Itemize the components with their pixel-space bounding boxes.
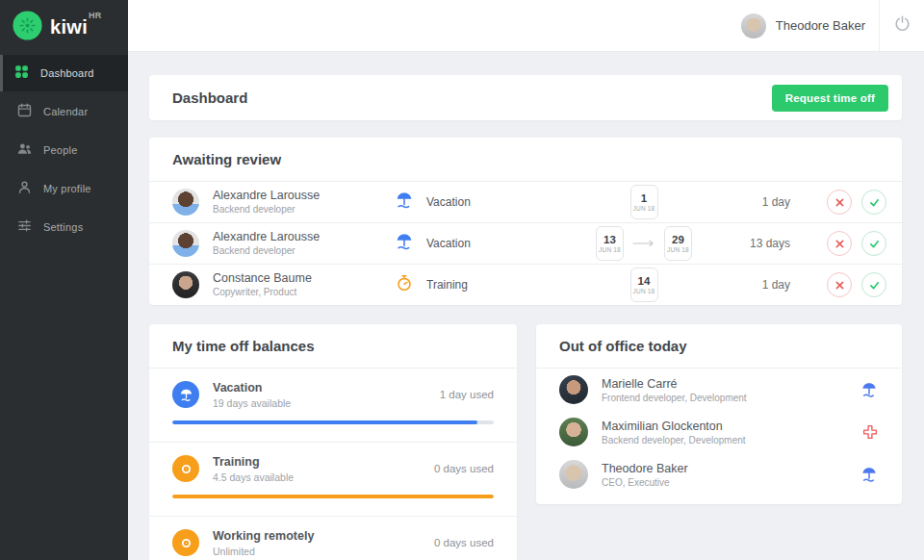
approve-button[interactable] — [861, 231, 886, 256]
check-icon — [869, 197, 880, 208]
avatar — [559, 375, 588, 404]
balance-item-working-remotely: Working remotely Unlimited 0 days used — [149, 517, 517, 560]
check-icon — [869, 280, 880, 291]
approve-button[interactable] — [861, 272, 886, 297]
page-header: Dashboard Request time off — [149, 75, 902, 120]
employee-name: Marielle Carré — [602, 377, 860, 391]
date-month: JUN 18 — [633, 288, 655, 294]
reject-button[interactable] — [827, 231, 852, 256]
brand-name: kiwiHR — [50, 16, 101, 38]
list-item: Theodore Baker CEO, Executive — [536, 453, 902, 504]
settings-sliders-icon — [16, 217, 33, 238]
sidebar-item-people[interactable]: People — [0, 132, 128, 168]
balance-item-training: Training 4.5 days available 0 days used — [149, 443, 517, 517]
employee-role: Backend developer, Development — [602, 435, 861, 445]
person-icon — [16, 179, 33, 199]
time-off-balances-card: My time off balances Vacation 19 days av… — [149, 324, 517, 560]
balance-label: Vacation — [213, 381, 440, 395]
date-day: 1 — [641, 192, 647, 205]
awaiting-review-card: Awaiting review Alexandre Larousse Backe… — [149, 138, 902, 305]
page-title: Dashboard — [172, 89, 247, 106]
balance-item-vacation: Vacation 19 days available 1 day used — [149, 369, 517, 443]
balance-available: Unlimited — [213, 546, 434, 557]
employee-role: CEO, Executive — [602, 477, 860, 488]
duration-label: 13 days — [723, 237, 790, 250]
power-icon — [893, 14, 911, 37]
x-icon — [835, 281, 844, 290]
sidebar-item-label: Settings — [43, 221, 83, 233]
approve-button[interactable] — [861, 190, 886, 215]
avatar — [172, 230, 199, 257]
x-icon — [835, 240, 844, 248]
vacation-umbrella-icon — [172, 381, 199, 408]
employee-name: Alexandre Larousse — [213, 189, 320, 204]
sidebar-item-calendar[interactable]: Calendar — [0, 93, 128, 130]
training-target-icon — [172, 455, 199, 482]
list-item: Maximilian Glockenton Backend developer,… — [536, 411, 902, 453]
sidebar-nav: Dashboard Calendar People — [0, 55, 128, 245]
calendar-icon — [16, 102, 33, 122]
balance-available: 19 days available — [213, 397, 440, 409]
date-day: 14 — [638, 275, 651, 288]
sidebar-item-label: My profile — [43, 183, 91, 194]
employee-role: Backend developer — [213, 244, 320, 257]
vacation-umbrella-icon — [394, 190, 415, 215]
employee-role: Copywriter, Product — [213, 286, 312, 298]
sidebar-item-label: Calendar — [43, 106, 88, 117]
topbar: Theodore Baker — [128, 0, 924, 52]
time-off-type: Vacation — [426, 237, 471, 250]
brand-suffix: HR — [89, 11, 102, 20]
dashboard-grid-icon — [13, 64, 30, 84]
table-row: Alexandre Larousse Backend developer Vac… — [149, 222, 902, 264]
time-off-type: Vacation — [426, 195, 471, 209]
arrow-right-icon — [632, 240, 655, 247]
date-day: 13 — [603, 234, 616, 246]
employee-role: Frontend developer, Development — [602, 393, 860, 403]
out-of-office-title: Out of office today — [559, 338, 687, 354]
balance-label: Working remotely — [213, 529, 434, 543]
brand-logo[interactable]: kiwiHR — [0, 0, 128, 53]
sidebar-item-settings[interactable]: Settings — [0, 209, 128, 245]
balances-title: My time off balances — [172, 338, 315, 354]
table-row: Constance Baume Copywriter, Product Trai… — [149, 264, 902, 305]
user-menu[interactable]: Theodore Baker — [741, 13, 879, 38]
balance-used: 0 days used — [434, 537, 494, 548]
vacation-umbrella-icon — [860, 465, 879, 484]
duration-label: 1 day — [723, 278, 790, 292]
employee-name: Maximilian Glockenton — [602, 420, 861, 433]
sidebar-item-dashboard[interactable]: Dashboard — [0, 55, 128, 91]
time-off-type: Training — [426, 278, 468, 292]
employee-role: Backend developer — [213, 203, 320, 216]
sidebar: kiwiHR Dashboard Calendar — [0, 0, 128, 560]
employee-name: Constance Baume — [213, 271, 312, 287]
list-item: Marielle Carré Frontend developer, Devel… — [536, 369, 902, 411]
awaiting-review-title: Awaiting review — [172, 151, 281, 167]
kiwi-fruit-icon — [12, 10, 43, 45]
people-icon — [16, 140, 33, 161]
duration-label: 1 day — [723, 195, 790, 209]
balance-used: 1 day used — [440, 389, 494, 400]
avatar — [559, 418, 588, 446]
balance-used: 0 days used — [434, 463, 494, 474]
date-month: JUN 18 — [667, 246, 689, 253]
main-content: Dashboard Request time off Awaiting revi… — [128, 52, 924, 560]
avatar — [172, 271, 199, 298]
sidebar-item-label: People — [43, 144, 77, 156]
avatar — [741, 13, 766, 38]
sidebar-item-my-profile[interactable]: My profile — [0, 170, 128, 207]
balance-label: Training — [213, 455, 434, 469]
employee-name: Alexandre Larousse — [213, 230, 320, 245]
balance-available: 4.5 days available — [213, 471, 434, 483]
avatar — [172, 189, 199, 216]
date-day: 29 — [672, 234, 684, 246]
request-time-off-button[interactable]: Request time off — [772, 85, 888, 112]
working-remotely-target-icon — [172, 529, 199, 556]
reject-button[interactable] — [827, 272, 852, 297]
date-badge: 1 JUN 18 — [630, 185, 658, 219]
sick-medical-cross-icon — [861, 423, 879, 441]
date-month: JUN 18 — [599, 246, 621, 253]
sidebar-item-label: Dashboard — [40, 67, 94, 79]
reject-button[interactable] — [827, 190, 852, 215]
logout-button[interactable] — [880, 14, 924, 37]
user-name: Theodore Baker — [776, 18, 865, 33]
